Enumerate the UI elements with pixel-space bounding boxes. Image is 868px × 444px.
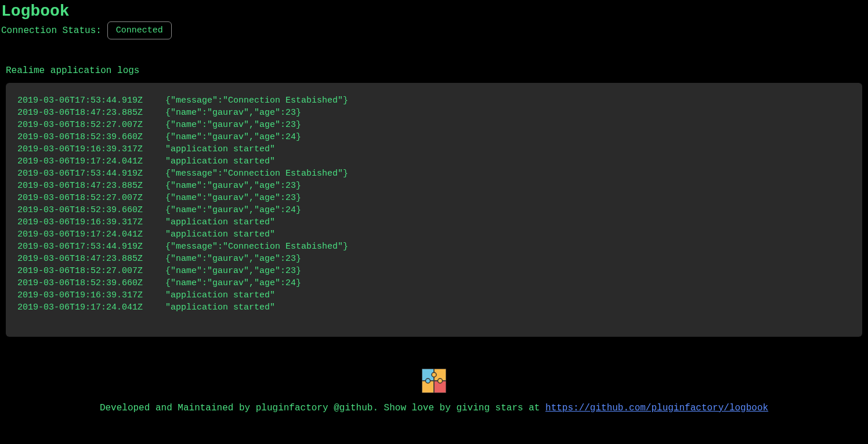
- log-timestamp: 2019-03-06T18:52:27.007Z: [17, 192, 165, 204]
- log-timestamp: 2019-03-06T19:16:39.317Z: [17, 289, 165, 301]
- log-row: 2019-03-06T19:16:39.317Z"application sta…: [17, 289, 851, 301]
- log-timestamp: 2019-03-06T18:47:23.885Z: [17, 253, 165, 265]
- log-row: 2019-03-06T18:52:27.007Z{"name":"gaurav"…: [17, 192, 851, 204]
- log-payload: {"name":"gaurav","age":23}: [165, 180, 301, 192]
- log-timestamp: 2019-03-06T17:53:44.919Z: [17, 241, 165, 253]
- log-payload: "application started": [165, 155, 275, 168]
- log-timestamp: 2019-03-06T17:53:44.919Z: [17, 94, 165, 107]
- logs-container[interactable]: 2019-03-06T17:53:44.919Z{"message":"Conn…: [6, 83, 862, 337]
- log-row: 2019-03-06T18:52:27.007Z{"name":"gaurav"…: [17, 119, 851, 131]
- log-timestamp: 2019-03-06T18:52:39.660Z: [17, 131, 165, 143]
- log-payload: {"message":"Connection Estabished"}: [165, 241, 348, 253]
- footer-text-before: Developed and Maintained by pluginfactor…: [100, 403, 545, 413]
- log-payload: {"name":"gaurav","age":23}: [165, 119, 301, 131]
- log-timestamp: 2019-03-06T18:52:27.007Z: [17, 265, 165, 277]
- log-timestamp: 2019-03-06T19:17:24.041Z: [17, 301, 165, 314]
- footer-text: Developed and Maintained by pluginfactor…: [0, 403, 868, 413]
- log-payload: {"name":"gaurav","age":23}: [165, 265, 301, 277]
- header: Logbook Connection Status: Connected: [0, 0, 868, 39]
- log-payload: "application started": [165, 216, 275, 228]
- log-timestamp: 2019-03-06T18:47:23.885Z: [17, 107, 165, 119]
- status-line: Connection Status: Connected: [1, 21, 868, 39]
- log-row: 2019-03-06T17:53:44.919Z{"message":"Conn…: [17, 168, 851, 180]
- log-row: 2019-03-06T18:47:23.885Z{"name":"gaurav"…: [17, 253, 851, 265]
- log-timestamp: 2019-03-06T18:52:39.660Z: [17, 277, 165, 289]
- log-row: 2019-03-06T18:52:39.660Z{"name":"gaurav"…: [17, 131, 851, 143]
- status-badge: Connected: [107, 21, 172, 39]
- footer: Developed and Maintained by pluginfactor…: [0, 369, 868, 413]
- log-row: 2019-03-06T18:47:23.885Z{"name":"gaurav"…: [17, 180, 851, 192]
- logs-section-title: Realime application logs: [6, 65, 868, 76]
- log-timestamp: 2019-03-06T19:16:39.317Z: [17, 143, 165, 155]
- log-row: 2019-03-06T19:17:24.041Z"application sta…: [17, 155, 851, 168]
- log-row: 2019-03-06T18:52:27.007Z{"name":"gaurav"…: [17, 265, 851, 277]
- app-title: Logbook: [1, 2, 868, 20]
- status-label: Connection Status:: [1, 26, 102, 36]
- footer-link[interactable]: https://github.com/pluginfactory/logbook: [545, 403, 768, 413]
- svg-point-5: [432, 373, 436, 377]
- log-payload: {"name":"gaurav","age":23}: [165, 253, 301, 265]
- log-payload: "application started": [165, 301, 275, 314]
- log-row: 2019-03-06T19:17:24.041Z"application sta…: [17, 301, 851, 314]
- log-row: 2019-03-06T17:53:44.919Z{"message":"Conn…: [17, 94, 851, 107]
- log-row: 2019-03-06T18:52:39.660Z{"name":"gaurav"…: [17, 204, 851, 216]
- log-payload: {"message":"Connection Estabished"}: [165, 168, 348, 180]
- log-payload: {"name":"gaurav","age":23}: [165, 107, 301, 119]
- log-payload: "application started": [165, 228, 275, 241]
- log-payload: {"message":"Connection Estabished"}: [165, 94, 348, 107]
- log-row: 2019-03-06T19:16:39.317Z"application sta…: [17, 216, 851, 228]
- log-timestamp: 2019-03-06T19:17:24.041Z: [17, 228, 165, 241]
- log-row: 2019-03-06T17:53:44.919Z{"message":"Conn…: [17, 241, 851, 253]
- log-payload: {"name":"gaurav","age":24}: [165, 277, 301, 289]
- logs-section: Realime application logs 2019-03-06T17:5…: [0, 65, 868, 337]
- log-row: 2019-03-06T18:52:39.660Z{"name":"gaurav"…: [17, 277, 851, 289]
- log-timestamp: 2019-03-06T17:53:44.919Z: [17, 168, 165, 180]
- log-timestamp: 2019-03-06T18:52:27.007Z: [17, 119, 165, 131]
- puzzle-icon: [422, 369, 446, 396]
- log-payload: {"name":"gaurav","age":23}: [165, 192, 301, 204]
- log-row: 2019-03-06T19:16:39.317Z"application sta…: [17, 143, 851, 155]
- log-payload: {"name":"gaurav","age":24}: [165, 131, 301, 143]
- log-payload: "application started": [165, 289, 275, 301]
- log-timestamp: 2019-03-06T18:47:23.885Z: [17, 180, 165, 192]
- log-payload: {"name":"gaurav","age":24}: [165, 204, 301, 216]
- log-timestamp: 2019-03-06T19:17:24.041Z: [17, 155, 165, 168]
- log-timestamp: 2019-03-06T19:16:39.317Z: [17, 216, 165, 228]
- log-row: 2019-03-06T19:17:24.041Z"application sta…: [17, 228, 851, 241]
- log-row: 2019-03-06T18:47:23.885Z{"name":"gaurav"…: [17, 107, 851, 119]
- log-timestamp: 2019-03-06T18:52:39.660Z: [17, 204, 165, 216]
- log-payload: "application started": [165, 143, 275, 155]
- svg-point-6: [438, 379, 443, 383]
- svg-point-4: [426, 379, 431, 383]
